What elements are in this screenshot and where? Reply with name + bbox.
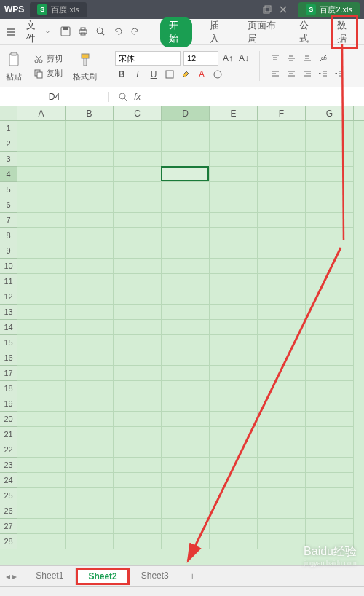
format-painter-icon[interactable]	[76, 50, 95, 69]
cell[interactable]	[162, 289, 210, 305]
select-all-corner[interactable]	[0, 106, 17, 120]
cell[interactable]	[162, 243, 210, 259]
row-header-10[interactable]: 10	[0, 259, 17, 274]
cell[interactable]	[210, 197, 258, 213]
cell[interactable]	[66, 335, 114, 350]
cell[interactable]	[114, 519, 162, 534]
cell[interactable]	[114, 182, 162, 197]
cell[interactable]	[17, 366, 66, 381]
cell[interactable]	[66, 427, 114, 442]
cell[interactable]	[66, 458, 114, 473]
cell[interactable]	[306, 442, 354, 458]
row-header-5[interactable]: 5	[0, 182, 17, 197]
row-header-23[interactable]: 23	[0, 458, 17, 473]
align-top-icon[interactable]	[269, 52, 282, 65]
cell[interactable]	[258, 121, 306, 136]
bold-button[interactable]: B	[115, 68, 128, 81]
font-color-button[interactable]: A	[195, 68, 208, 81]
decrease-font-icon[interactable]: A↓	[237, 52, 250, 65]
sheet-nav-icons[interactable]: ◂ ▸	[6, 571, 17, 581]
cell[interactable]	[114, 228, 162, 243]
cell[interactable]	[210, 442, 258, 458]
cell[interactable]	[210, 335, 258, 350]
sheet-tab-sheet1[interactable]: Sheet1	[24, 568, 76, 585]
cell[interactable]	[306, 167, 354, 182]
cell[interactable]	[17, 243, 66, 259]
cell[interactable]	[66, 243, 114, 259]
cell[interactable]	[162, 259, 210, 274]
row-header-8[interactable]: 8	[0, 228, 17, 243]
cell[interactable]	[210, 243, 258, 259]
cell[interactable]	[66, 136, 114, 152]
cell[interactable]	[114, 350, 162, 366]
cell[interactable]	[66, 152, 114, 167]
cell[interactable]	[66, 274, 114, 289]
cell[interactable]	[114, 259, 162, 274]
cell[interactable]	[114, 152, 162, 167]
cell[interactable]	[17, 473, 66, 488]
increase-font-icon[interactable]: A↑	[221, 52, 234, 65]
cell[interactable]	[114, 503, 162, 519]
cell[interactable]	[306, 274, 354, 289]
cell[interactable]	[66, 259, 114, 274]
row-header-27[interactable]: 27	[0, 519, 17, 534]
cell[interactable]	[162, 366, 210, 381]
cell[interactable]	[17, 182, 66, 197]
cell[interactable]	[114, 366, 162, 381]
underline-button[interactable]: U	[147, 68, 160, 81]
cell[interactable]	[17, 136, 66, 152]
row-header-12[interactable]: 12	[0, 289, 17, 305]
cell[interactable]	[258, 305, 306, 320]
cell[interactable]	[114, 320, 162, 335]
cell[interactable]	[258, 167, 306, 182]
cell[interactable]	[258, 228, 306, 243]
sheet-tab-sheet2[interactable]: Sheet2	[76, 568, 129, 585]
tab-page-layout[interactable]: 页面布局	[242, 16, 282, 48]
cell[interactable]	[17, 458, 66, 473]
cell[interactable]	[114, 335, 162, 350]
cell[interactable]	[306, 396, 354, 412]
cell[interactable]	[162, 350, 210, 366]
print-icon[interactable]	[77, 26, 90, 39]
col-header-D[interactable]: D	[162, 106, 210, 120]
cell[interactable]	[17, 381, 66, 396]
row-header-2[interactable]: 2	[0, 136, 17, 152]
cell[interactable]	[66, 213, 114, 228]
cell[interactable]	[162, 381, 210, 396]
cell[interactable]	[17, 503, 66, 519]
cell[interactable]	[306, 488, 354, 503]
cell[interactable]	[114, 396, 162, 412]
cell[interactable]	[210, 503, 258, 519]
cell[interactable]	[210, 152, 258, 167]
cell[interactable]	[66, 167, 114, 182]
cell[interactable]	[162, 305, 210, 320]
row-header-18[interactable]: 18	[0, 381, 17, 396]
cell[interactable]	[210, 274, 258, 289]
cell[interactable]	[114, 197, 162, 213]
align-bottom-icon[interactable]	[301, 52, 314, 65]
app-menu-icon[interactable]	[6, 27, 16, 37]
cell[interactable]	[114, 289, 162, 305]
cell[interactable]	[17, 427, 66, 442]
cell[interactable]	[17, 442, 66, 458]
cell[interactable]	[306, 289, 354, 305]
cell[interactable]	[17, 274, 66, 289]
cell[interactable]	[210, 121, 258, 136]
row-header-3[interactable]: 3	[0, 152, 17, 167]
cell[interactable]	[17, 152, 66, 167]
cell[interactable]	[66, 182, 114, 197]
cell[interactable]	[258, 213, 306, 228]
row-header-21[interactable]: 21	[0, 427, 17, 442]
name-box[interactable]: D4	[0, 92, 109, 102]
cell[interactable]	[258, 488, 306, 503]
cell[interactable]	[210, 396, 258, 412]
cell[interactable]	[258, 274, 306, 289]
row-header-6[interactable]: 6	[0, 197, 17, 213]
cell[interactable]	[17, 259, 66, 274]
row-header-25[interactable]: 25	[0, 488, 17, 503]
cell[interactable]	[114, 167, 162, 182]
cell[interactable]	[66, 534, 114, 549]
cell[interactable]	[210, 412, 258, 427]
cell[interactable]	[17, 305, 66, 320]
cell[interactable]	[162, 427, 210, 442]
